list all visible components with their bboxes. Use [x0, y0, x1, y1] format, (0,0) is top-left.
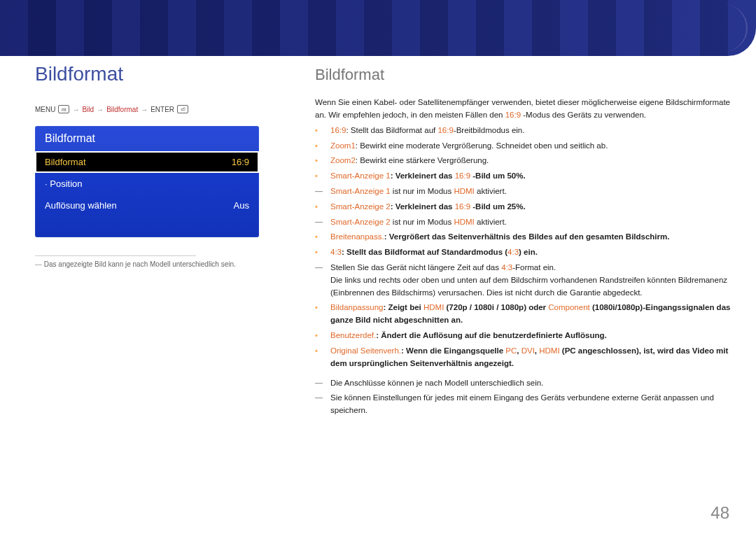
bullet-icon: •	[315, 125, 326, 137]
list-item: •Breitenanpass.: Vergrößert das Seitenve…	[315, 231, 735, 244]
osd-row-position[interactable]: Position	[35, 173, 259, 195]
menu-icon: m	[58, 105, 69, 113]
arrow-icon: →	[97, 106, 104, 113]
bullet-icon: •	[315, 140, 326, 153]
footnote: Das angezeigte Bild kann je nach Modell …	[35, 260, 294, 268]
osd-row-aufloesung[interactable]: Auﬂösung wählen Aus	[35, 195, 259, 216]
bullet-icon: •	[315, 302, 326, 327]
nav-step-1: Bild	[82, 106, 94, 113]
osd-row-label: Position	[45, 178, 82, 189]
osd-row-bildformat[interactable]: Bildformat 16:9	[35, 151, 259, 173]
bullet-icon: •	[315, 345, 326, 370]
osd-row-value: Aus	[234, 200, 249, 211]
list-item: •Zoom2: Bewirkt eine stärkere Vergrößeru…	[315, 155, 735, 167]
osd-row-value: 16:9	[232, 157, 249, 167]
list-item-note: ―Smart-Anzeige 1 ist nur im Modus HDMI a…	[315, 185, 735, 198]
osd-panel: Bildformat Bildformat 16:9 Position Auﬂö…	[35, 126, 259, 237]
closing-note: ―Sie können Einstellungen für jedes mit …	[315, 392, 735, 417]
list-item: •Bildanpassung: Zeigt bei HDMI (720p / 1…	[315, 302, 735, 327]
bullet-icon: •	[315, 170, 326, 183]
arrow-icon: →	[72, 106, 79, 113]
list-item: •Original Seitenverh.: Wenn die Eingangs…	[315, 345, 735, 370]
bullet-icon: •	[315, 231, 326, 244]
divider	[35, 255, 196, 256]
chapter-banner	[0, 0, 756, 56]
nav-menu: MENU	[35, 106, 55, 113]
intro-text: Wenn Sie einen Kabel- oder Satellitenemp…	[315, 97, 735, 122]
list-item: •16:9: Stellt das Bildformat auf 16:9-Br…	[315, 125, 735, 137]
dash-icon: ―	[315, 216, 326, 229]
dash-icon: ―	[315, 392, 326, 417]
enter-icon: ⏎	[177, 105, 188, 113]
nav-step-2: Bildformat	[106, 106, 138, 113]
arrow-icon: →	[141, 106, 148, 113]
bullet-icon: •	[315, 155, 326, 167]
list-item: •Benutzerdef.: Ändert die Auflösung auf …	[315, 330, 735, 342]
bullet-icon: •	[315, 246, 326, 259]
dash-icon: ―	[315, 262, 326, 299]
osd-title: Bildformat	[35, 126, 259, 151]
banner-curve	[720, 4, 748, 52]
dash-icon: ―	[315, 377, 326, 390]
menu-path: MENU m → Bild → Bildformat → ENTER ⏎	[35, 105, 294, 113]
left-column: Bildformat MENU m → Bild → Bildformat → …	[35, 63, 294, 513]
list-item: •Smart-Anzeige 2: Verkleinert das 16:9 -…	[315, 201, 735, 213]
closing-note: ―Die Anschlüsse können je nach Modell un…	[315, 377, 735, 390]
bullet-icon: •	[315, 330, 326, 342]
page-number: 48	[710, 503, 729, 523]
bullet-icon: •	[315, 201, 326, 213]
list-item: •4:3: Stellt das Bildformat auf Standard…	[315, 246, 735, 259]
section-title: Bildformat	[315, 63, 735, 87]
list-item-note: ―Stellen Sie das Gerät nicht längere Zei…	[315, 262, 735, 299]
nav-enter: ENTER	[150, 106, 174, 113]
list-item: •Zoom1: Bewirkt eine moderate Vergrößeru…	[315, 140, 735, 153]
list-item-note: ―Smart-Anzeige 2 ist nur im Modus HDMI a…	[315, 216, 735, 229]
osd-row-label: Auﬂösung wählen	[45, 200, 117, 211]
page-title: Bildformat	[35, 63, 294, 85]
osd-row-label: Bildformat	[45, 157, 86, 167]
dash-icon: ―	[315, 185, 326, 198]
right-column: Bildformat Wenn Sie einen Kabel- oder Sa…	[315, 63, 735, 513]
list-item: •Smart-Anzeige 1: Verkleinert das 16:9 -…	[315, 170, 735, 183]
